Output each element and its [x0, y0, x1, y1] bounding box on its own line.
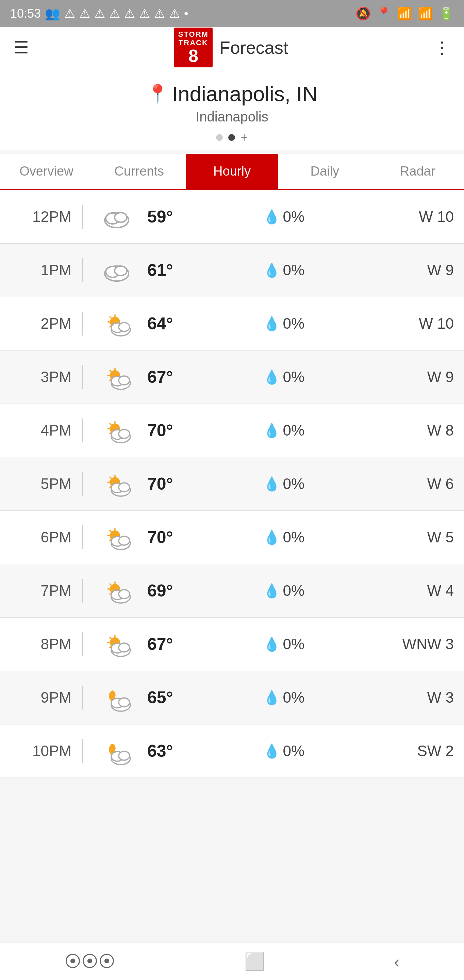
logo-storm-text: STORM: [178, 30, 208, 38]
precip-value: 0%: [283, 369, 305, 385]
precip-value: 0%: [283, 422, 305, 439]
hour-divider: [82, 579, 83, 603]
hour-temperature: 59°: [147, 207, 256, 227]
hour-temperature: 70°: [147, 527, 256, 547]
hour-wind: W 3: [379, 689, 454, 706]
hour-precip: 💧 0%: [263, 262, 372, 279]
precip-value: 0%: [283, 636, 305, 653]
tab-currents[interactable]: Currents: [93, 154, 186, 189]
more-options-icon[interactable]: ⋮: [434, 38, 450, 57]
table-row[interactable]: 12PM 59° 💧 0% W 10: [0, 190, 464, 243]
hour-time: 2PM: [10, 315, 72, 332]
tab-hourly[interactable]: Hourly: [186, 154, 279, 189]
hour-temperature: 63°: [147, 741, 256, 761]
hour-time: 8PM: [10, 636, 72, 653]
hour-temperature: 69°: [147, 581, 256, 601]
hour-wind: W 9: [379, 369, 454, 385]
hour-precip: 💧 0%: [263, 529, 372, 546]
hour-wind: W 4: [379, 582, 454, 599]
hour-time: 12PM: [10, 208, 72, 225]
logo-area: STORM TRACK 8 Forecast: [174, 27, 288, 67]
hour-time: 9PM: [10, 689, 72, 706]
hour-time: 4PM: [10, 422, 72, 439]
hour-wind: SW 2: [379, 743, 454, 759]
svg-point-65: [119, 590, 130, 598]
top-nav: ☰ STORM TRACK 8 Forecast ⋮: [0, 27, 464, 68]
location-dot-1[interactable]: [216, 134, 223, 141]
table-row[interactable]: 8PM 67° 💧 0% WNW 3: [0, 617, 464, 671]
hour-time: 5PM: [10, 476, 72, 492]
table-row[interactable]: 7PM 69° 💧 0% W 4: [0, 564, 464, 617]
time-display: 10:53: [10, 6, 41, 21]
logo-number: 8: [189, 47, 198, 65]
back-icon[interactable]: ‹: [394, 952, 400, 972]
location-pin-icon: 📍: [146, 83, 169, 104]
tabs: Overview Currents Hourly Daily Radar: [0, 154, 464, 190]
precip-value: 0%: [283, 262, 305, 279]
hour-divider: [82, 525, 83, 549]
hour-precip: 💧 0%: [263, 422, 372, 439]
hour-temperature: 70°: [147, 474, 256, 494]
hour-divider: [82, 312, 83, 336]
hour-divider: [82, 418, 83, 442]
location-dots: +: [7, 131, 457, 143]
hour-temperature: 65°: [147, 688, 256, 708]
signal-icon: 📶: [418, 6, 433, 21]
hour-divider: [82, 205, 83, 229]
hour-divider: [82, 632, 83, 656]
precip-value: 0%: [283, 208, 305, 225]
weather-icon-partly-cloudy-day: [93, 467, 140, 501]
add-location-button[interactable]: +: [240, 131, 248, 143]
svg-point-20: [119, 323, 130, 331]
rain-drop-icon: 💧: [263, 636, 280, 652]
table-row[interactable]: 3PM 67° 💧 0% W 9: [0, 350, 464, 404]
page-title: Forecast: [219, 37, 288, 58]
rain-drop-icon: 💧: [263, 209, 280, 225]
precip-value: 0%: [283, 476, 305, 492]
table-row[interactable]: 5PM 70° 💧 0% W 6: [0, 457, 464, 511]
table-row[interactable]: 1PM 61° 💧 0% W 9: [0, 243, 464, 297]
rain-drop-icon: 💧: [263, 530, 280, 546]
hamburger-menu[interactable]: ☰: [14, 38, 29, 57]
svg-line-57: [110, 584, 111, 585]
svg-point-56: [119, 536, 130, 545]
rain-drop-icon: 💧: [263, 423, 280, 439]
hour-time: 6PM: [10, 529, 72, 546]
svg-point-74: [119, 643, 130, 652]
table-row[interactable]: 2PM 64° 💧 0% W 10: [0, 297, 464, 350]
table-row[interactable]: 9PM 65° 💧 0% W 3: [0, 671, 464, 724]
wifi-icon: 📶: [397, 6, 412, 21]
hour-precip: 💧 0%: [263, 582, 372, 599]
svg-line-39: [110, 477, 111, 479]
location-icon: 📍: [376, 6, 391, 21]
table-row[interactable]: 6PM 70° 💧 0% W 5: [0, 511, 464, 564]
hour-temperature: 61°: [147, 260, 256, 280]
svg-point-47: [119, 483, 130, 492]
recents-icon[interactable]: ⦿⦿⦿: [64, 952, 115, 972]
warning-icon-6: ⚠: [139, 6, 150, 21]
weather-icon-partly-cloudy-day: [93, 627, 140, 661]
hour-time: 7PM: [10, 582, 72, 599]
warning-icon-8: ⚠: [169, 6, 180, 21]
home-icon[interactable]: ⬜: [244, 952, 265, 972]
table-row[interactable]: 4PM 70° 💧 0% W 8: [0, 404, 464, 457]
weather-icon-partly-cloudy-night: [93, 681, 140, 714]
location-name: 📍 Indianapolis, IN: [7, 82, 457, 106]
hour-precip: 💧 0%: [263, 743, 372, 759]
tab-overview[interactable]: Overview: [0, 154, 93, 189]
svg-point-80: [119, 751, 130, 760]
svg-point-5: [114, 213, 127, 222]
location-dot-2-active[interactable]: [228, 134, 235, 141]
tab-daily[interactable]: Daily: [278, 154, 371, 189]
status-left: 10:53 👥 ⚠ ⚠ ⚠ ⚠ ⚠ ⚠ ⚠ ⚠ •: [10, 6, 189, 21]
hour-wind: W 6: [379, 476, 454, 492]
tab-radar[interactable]: Radar: [371, 154, 464, 189]
rain-drop-icon: 💧: [263, 690, 280, 706]
hour-temperature: 67°: [147, 367, 256, 387]
stormtrack-logo: STORM TRACK 8: [174, 27, 213, 67]
table-row[interactable]: 10PM 63° 💧 0% SW 2: [0, 724, 464, 778]
svg-point-77: [119, 698, 130, 707]
hour-wind: W 8: [379, 422, 454, 439]
battery-icon: 🔋: [439, 6, 454, 21]
weather-icon-partly-cloudy-day: [93, 520, 140, 554]
